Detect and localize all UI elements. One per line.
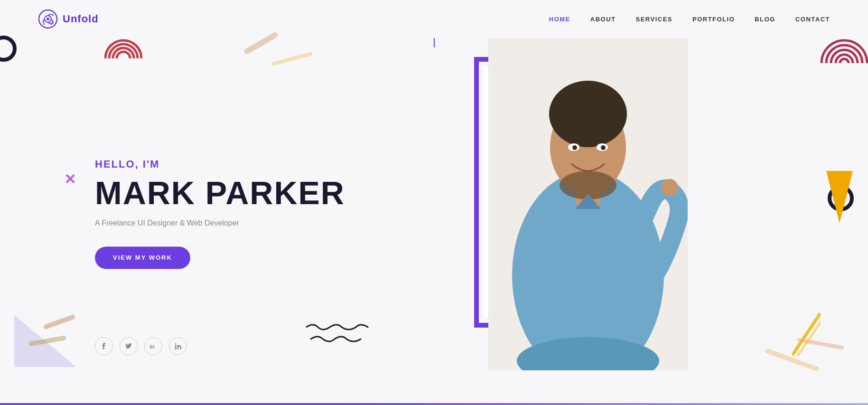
svg-point-29	[601, 145, 606, 150]
nav-link-about[interactable]: ABOUT	[590, 16, 616, 23]
social-icon-behance[interactable]: Bē	[144, 337, 162, 355]
nav-item-about[interactable]: ABOUT	[590, 15, 616, 23]
social-icons-row: Bē	[95, 337, 187, 355]
nav-links: HOME ABOUT SERVICES PORTFOLIO BLOG CONTA…	[549, 15, 830, 23]
nav-link-home[interactable]: HOME	[549, 16, 570, 23]
deco-triangle-right	[826, 171, 853, 223]
deco-right-sticks	[792, 313, 821, 358]
nav-item-services[interactable]: SERVICES	[635, 15, 672, 23]
nav-link-blog[interactable]: BLOG	[755, 16, 775, 23]
deco-ring-left	[0, 36, 17, 62]
nav-item-portfolio[interactable]: PORTFOLIO	[692, 15, 735, 23]
deco-stick-3	[43, 314, 75, 330]
svg-text:Bē: Bē	[149, 344, 155, 349]
svg-point-30	[661, 179, 678, 196]
deco-semicircle-right	[821, 37, 868, 65]
logo-text: Unfold	[63, 13, 99, 25]
nav-item-blog[interactable]: BLOG	[755, 15, 775, 23]
nav-item-contact[interactable]: CONTACT	[795, 15, 830, 23]
svg-point-2	[47, 18, 49, 20]
social-icon-twitter[interactable]	[120, 337, 138, 355]
deco-squiggle	[306, 322, 373, 353]
logo-icon	[38, 9, 58, 29]
deco-semicircle-top	[104, 37, 142, 60]
hero-section: ✕ HELLO, I'M MARK PARKER A Freelance UI …	[0, 0, 868, 405]
navbar: Unfold HOME ABOUT SERVICES PORTFOLIO BLO…	[0, 0, 868, 38]
nav-link-contact[interactable]: CONTACT	[795, 16, 830, 23]
svg-point-24	[551, 85, 625, 133]
social-icon-linkedin[interactable]	[169, 337, 187, 355]
tagline-text: A Freelance UI Designer & Web Developer	[95, 219, 345, 228]
svg-point-7	[117, 52, 130, 58]
social-icon-facebook[interactable]	[95, 337, 113, 355]
hero-image-area	[474, 38, 678, 361]
deco-x-mark: ✕	[64, 171, 76, 188]
hello-text: HELLO, I'M	[95, 158, 345, 170]
svg-line-14	[792, 313, 821, 356]
person-photo	[488, 38, 688, 370]
nav-item-home[interactable]: HOME	[549, 15, 570, 23]
name-heading: MARK PARKER	[95, 175, 345, 211]
svg-point-18	[175, 343, 177, 345]
hero-content: HELLO, I'M MARK PARKER A Freelance UI De…	[95, 158, 345, 269]
cta-button[interactable]: VIEW MY WORK	[95, 247, 190, 269]
bottom-line	[0, 403, 868, 405]
nav-link-services[interactable]: SERVICES	[635, 16, 672, 23]
nav-line-indicator	[434, 38, 435, 47]
svg-point-13	[840, 59, 849, 63]
deco-stick-2	[271, 51, 313, 66]
svg-rect-17	[175, 345, 177, 349]
nav-link-portfolio[interactable]: PORTFOLIO	[692, 16, 735, 23]
logo[interactable]: Unfold	[38, 9, 99, 29]
svg-point-28	[572, 145, 577, 150]
